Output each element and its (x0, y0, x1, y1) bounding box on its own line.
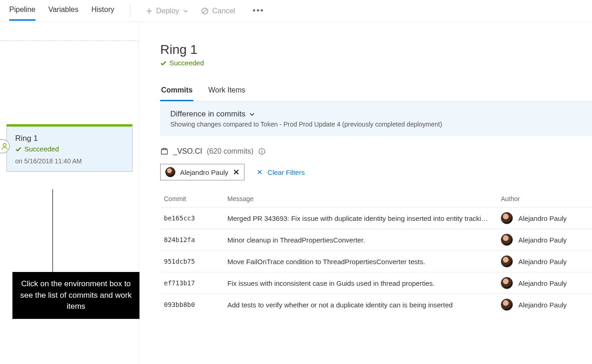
tab-pipeline[interactable]: Pipeline (9, 1, 35, 21)
deploy-label: Deploy (156, 7, 179, 15)
commit-author[interactable]: Alejandro Pauly (501, 212, 588, 224)
author-name: Alejandro Pauly (518, 236, 567, 244)
tab-history[interactable]: History (91, 1, 114, 21)
check-icon (15, 146, 22, 152)
toolbar-divider (130, 5, 130, 17)
chevron-down-icon (183, 8, 188, 14)
commit-author[interactable]: Alejandro Pauly (501, 277, 588, 289)
commit-message[interactable]: Merged PR 343693: Fix issue with duplica… (227, 214, 501, 222)
commit-message[interactable]: Move FailOnTrace condition to ThreadProp… (227, 258, 501, 266)
commit-author[interactable]: Alejandro Pauly (501, 255, 588, 267)
commit-sha[interactable]: ef713b17 (164, 279, 227, 287)
avatar (501, 255, 513, 267)
detail-title: Ring 1 (160, 42, 592, 57)
environment-status: Succeeded (15, 145, 124, 153)
author-name: Alejandro Pauly (518, 301, 567, 309)
table-row[interactable]: 951dcb75Move FailOnTrace condition to Th… (160, 250, 592, 272)
repo-icon (160, 147, 168, 156)
chevron-down-icon (249, 111, 255, 117)
header-commit: Commit (164, 195, 227, 202)
author-name: Alejandro Pauly (518, 258, 567, 266)
environment-card-ring1[interactable]: Ring 1 Succeeded on 5/16/2018 11:40 AM (6, 124, 133, 172)
diff-title-text: Difference in commits (170, 110, 245, 119)
avatar (501, 299, 513, 311)
tab-commits[interactable]: Commits (160, 82, 193, 101)
check-icon (160, 60, 167, 66)
author-name: Alejandro Pauly (518, 214, 567, 222)
author-name: Alejandro Pauly (518, 279, 567, 287)
repo-commit-count: (620 commits) (207, 147, 253, 156)
callout-connector (52, 189, 53, 272)
filter-bar: Alejandro Pauly ✕ Clear Filters (160, 164, 592, 180)
svg-point-2 (3, 144, 6, 146)
environment-status-text: Succeeded (24, 145, 59, 153)
svg-rect-6 (261, 151, 262, 153)
commit-sha[interactable]: be165cc3 (164, 214, 227, 222)
detail-status: Succeeded (160, 59, 592, 67)
table-row[interactable]: 093bb8b0Add tests to verify whether or n… (160, 294, 592, 315)
tab-variables[interactable]: Variables (48, 1, 79, 21)
repo-name[interactable]: _VSO.CI (173, 147, 202, 156)
commits-table-header: Commit Message Author (160, 192, 592, 207)
commit-sha[interactable]: 951dcb75 (164, 258, 227, 265)
avatar (501, 212, 513, 224)
table-row[interactable]: ef713b17Fix issues with inconsistent cas… (160, 272, 592, 294)
commit-sha[interactable]: 824b12fa (164, 236, 227, 243)
filter-chip-label: Alejandro Pauly (180, 168, 228, 176)
repo-line: _VSO.CI (620 commits) (160, 147, 592, 156)
cancel-button[interactable]: Cancel (201, 7, 235, 15)
clear-filters-button[interactable]: Clear Filters (256, 168, 305, 176)
table-row[interactable]: 824b12faMinor cleanup in ThreadPropertie… (160, 229, 592, 250)
deploy-button[interactable]: Deploy (146, 7, 188, 15)
avatar (165, 167, 175, 177)
plus-icon (146, 8, 152, 14)
detail-subtabs: Commits Work Items (160, 82, 592, 101)
cancel-label: Cancel (212, 7, 235, 15)
remove-filter-button[interactable]: ✕ (233, 168, 239, 177)
callout-tooltip: Click on the environment box to see the … (12, 272, 139, 319)
diff-banner: Difference in commits Showing changes co… (160, 101, 592, 136)
diff-subtitle: Showing changes compared to Token - Prod… (170, 121, 582, 128)
commit-message[interactable]: Add tests to verify whether or not a dup… (227, 301, 501, 309)
table-row[interactable]: be165cc3Merged PR 343693: Fix issue with… (160, 207, 592, 229)
more-actions-button[interactable]: ••• (253, 6, 264, 16)
top-toolbar: Pipeline Variables History Deploy Cancel… (0, 0, 592, 22)
header-message: Message (227, 195, 501, 202)
clear-filters-label: Clear Filters (267, 168, 305, 176)
avatar (501, 234, 513, 246)
svg-point-5 (261, 150, 262, 150)
tab-workitems[interactable]: Work Items (207, 82, 246, 101)
cancel-icon (201, 7, 209, 15)
info-icon[interactable] (258, 148, 266, 155)
avatar (501, 277, 513, 289)
stage-connector-line (0, 40, 139, 41)
commit-message[interactable]: Minor cleanup in ThreadPropertiesConvert… (227, 236, 501, 244)
commit-sha[interactable]: 093bb8b0 (164, 301, 227, 308)
commit-author[interactable]: Alejandro Pauly (501, 299, 588, 311)
close-icon (256, 169, 263, 175)
environment-title: Ring 1 (15, 134, 124, 143)
detail-panel: Ring 1 Succeeded Commits Work Items Diff… (139, 22, 592, 364)
svg-line-1 (203, 9, 207, 13)
left-panel: Ring 1 Succeeded on 5/16/2018 11:40 AM C… (0, 22, 139, 364)
diff-dropdown[interactable]: Difference in commits (170, 110, 582, 119)
commit-message[interactable]: Fix issues with inconsistent case in Gui… (227, 279, 501, 287)
detail-status-text: Succeeded (169, 59, 204, 67)
commit-author[interactable]: Alejandro Pauly (501, 234, 588, 246)
person-icon (1, 143, 8, 150)
commits-table-body: be165cc3Merged PR 343693: Fix issue with… (160, 207, 592, 315)
header-author: Author (501, 195, 588, 202)
environment-date: on 5/16/2018 11:40 AM (15, 157, 124, 165)
author-filter-chip[interactable]: Alejandro Pauly ✕ (160, 164, 244, 180)
svg-rect-3 (162, 150, 168, 154)
